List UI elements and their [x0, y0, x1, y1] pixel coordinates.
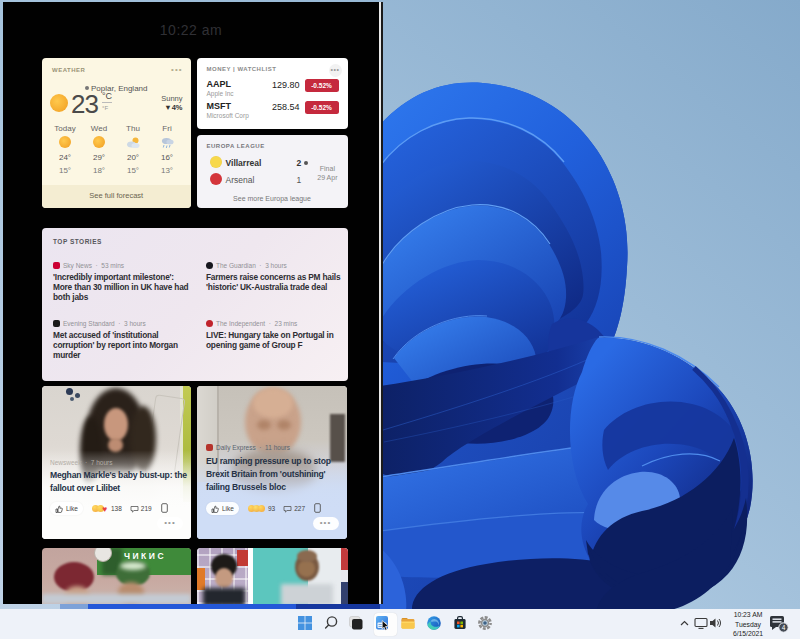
svg-text:4: 4 [782, 624, 786, 631]
